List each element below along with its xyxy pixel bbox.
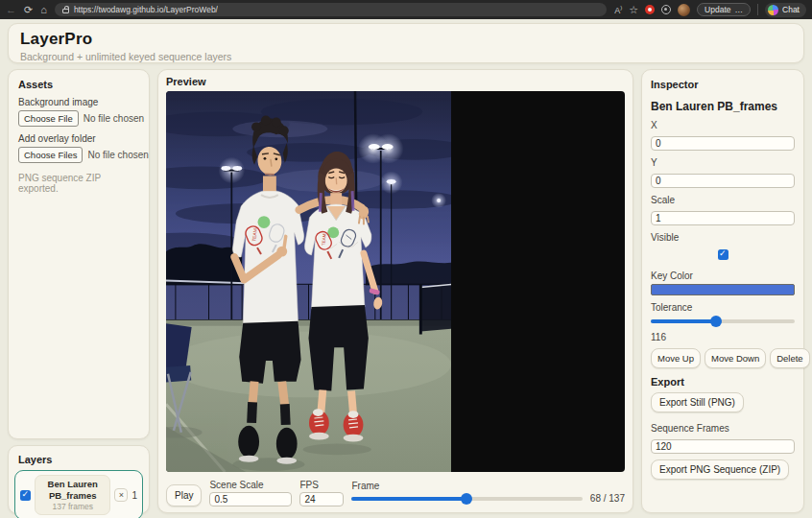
- x-label: X: [651, 120, 795, 130]
- layer-item[interactable]: Ben Lauren PB_frames 137 frames × 1: [14, 470, 143, 518]
- preview-panel: Preview: [157, 69, 633, 513]
- playback-controls: Play Scene Scale FPS Frame 68 / 137: [166, 478, 625, 506]
- chat-label: Chat: [782, 5, 800, 14]
- home-icon[interactable]: ⌂: [40, 5, 47, 15]
- frame-divider: /: [604, 493, 607, 504]
- preview-title: Preview: [166, 76, 625, 87]
- layer-name-line2: PB_frames: [37, 490, 107, 501]
- extensions-icon[interactable]: [661, 5, 671, 14]
- key-color-label: Key Color: [651, 271, 795, 281]
- favorites-star-icon[interactable]: ☆: [629, 4, 638, 16]
- frame-slider[interactable]: [351, 493, 582, 505]
- export-still-button[interactable]: Export Still (PNG): [651, 392, 744, 412]
- x-input[interactable]: [651, 136, 795, 151]
- copilot-icon: [768, 5, 778, 15]
- choose-file-status: No file chosen: [84, 113, 144, 124]
- export-status-text: PNG sequence ZIP exported.: [18, 173, 139, 194]
- refresh-icon[interactable]: ⟳: [24, 5, 33, 15]
- layer-remove-button[interactable]: ×: [114, 488, 128, 502]
- more-menu-icon[interactable]: …: [735, 5, 744, 14]
- choose-files-button[interactable]: Choose Files: [18, 147, 83, 163]
- update-button[interactable]: Update …: [697, 3, 751, 16]
- layer-thumbnail[interactable]: Ben Lauren PB_frames 137 frames: [35, 475, 110, 515]
- layers-panel: Layers Ben Lauren PB_frames 137 frames ×…: [8, 445, 150, 514]
- overlay-folder-label: Add overlay folder: [18, 133, 139, 144]
- export-zip-button[interactable]: Export PNG Sequence (ZIP): [651, 459, 789, 480]
- layer-order-number: 1: [131, 490, 137, 501]
- layer-frames-count: 137 frames: [37, 502, 107, 511]
- scene-scale-input[interactable]: [209, 492, 292, 506]
- preview-photo: TEAM: [166, 91, 451, 472]
- y-label: Y: [651, 157, 795, 168]
- fps-label: FPS: [299, 480, 344, 490]
- url-text: https://twodawg.github.io/LayerProWeb/: [74, 5, 218, 14]
- sequence-frames-input[interactable]: [651, 439, 795, 454]
- inspector-layer-name: Ben Lauren PB_frames: [651, 100, 795, 113]
- scene-scale-label: Scene Scale: [209, 480, 292, 490]
- delete-button[interactable]: Delete: [770, 348, 809, 368]
- tolerance-label: Tolerance: [651, 302, 795, 313]
- key-color-swatch[interactable]: [651, 284, 795, 295]
- choose-file-button[interactable]: Choose File: [18, 110, 79, 127]
- fps-input[interactable]: [299, 492, 344, 506]
- choose-files-status: No file chosen: [87, 150, 148, 160]
- frame-slider-fill: [351, 497, 466, 501]
- export-section-title: Export: [651, 376, 795, 388]
- assets-panel: Assets Background image Choose File No f…: [8, 69, 150, 439]
- frame-label: Frame: [351, 481, 582, 491]
- frame-current: 68: [590, 493, 601, 504]
- update-label: Update: [705, 5, 730, 14]
- layers-title: Layers: [18, 454, 143, 465]
- chat-button[interactable]: Chat: [765, 3, 806, 17]
- scale-label: Scale: [651, 195, 795, 205]
- frame-slider-thumb[interactable]: [461, 493, 472, 505]
- address-bar[interactable]: https://twodawg.github.io/LayerProWeb/: [55, 3, 607, 16]
- play-button[interactable]: Play: [166, 484, 202, 506]
- visible-label: Visible: [651, 232, 795, 243]
- back-icon[interactable]: ←: [6, 5, 16, 15]
- toolbar-right: A) ☆ Update … Chat: [614, 3, 806, 17]
- frame-counter: 68 / 137: [590, 493, 625, 506]
- y-input[interactable]: [651, 174, 795, 188]
- layer-visible-checkbox[interactable]: [20, 490, 31, 501]
- page-subtitle: Background + unlimited keyed sequence la…: [20, 51, 792, 62]
- profile-avatar[interactable]: [678, 4, 690, 16]
- app-header: LayerPro Background + unlimited keyed se…: [8, 23, 804, 63]
- visible-checkbox[interactable]: [718, 249, 728, 260]
- page-title: LayerPro: [20, 30, 792, 49]
- toolbar-divider: [757, 4, 758, 15]
- browser-toolbar: ← ⟳ ⌂ https://twodawg.github.io/LayerPro…: [0, 0, 812, 19]
- extension-red-icon[interactable]: [645, 5, 655, 14]
- tolerance-slider[interactable]: [651, 316, 795, 327]
- inspector-panel: Inspector Ben Lauren PB_frames X Y Scale…: [641, 69, 804, 513]
- layer-name-line1: Ben Lauren: [37, 479, 107, 489]
- tolerance-slider-fill: [651, 319, 716, 323]
- preview-canvas[interactable]: TEAM: [166, 91, 625, 472]
- scale-input[interactable]: [651, 211, 795, 225]
- sequence-frames-label: Sequence Frames: [651, 423, 795, 434]
- read-aloud-icon[interactable]: A): [614, 5, 622, 15]
- tolerance-slider-thumb[interactable]: [710, 316, 722, 327]
- lock-icon[interactable]: [62, 9, 69, 13]
- frame-total: 137: [609, 493, 625, 504]
- background-image-label: Background image: [18, 97, 139, 107]
- move-down-button[interactable]: Move Down: [705, 348, 766, 368]
- inspector-title: Inspector: [651, 79, 795, 90]
- tolerance-value: 116: [651, 332, 795, 342]
- move-up-button[interactable]: Move Up: [651, 348, 701, 368]
- assets-title: Assets: [18, 79, 139, 90]
